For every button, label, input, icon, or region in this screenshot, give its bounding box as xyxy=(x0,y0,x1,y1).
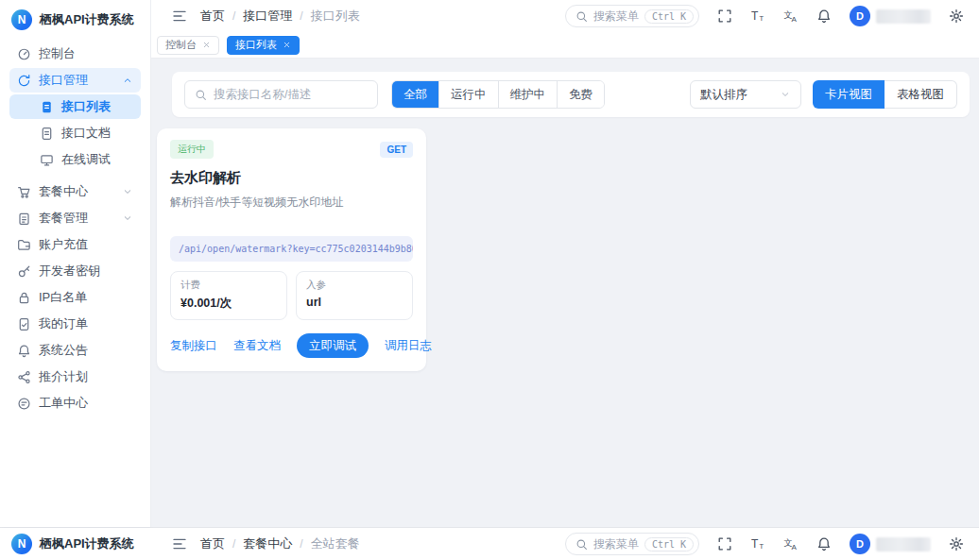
sidebar-item-9[interactable]: IP白名单 xyxy=(9,285,141,310)
sidebar: N 栖枫API计费系统 控制台接口管理接口列表接口文档在线调试套餐中心套餐管理账… xyxy=(0,0,151,527)
app-frame: N 栖枫API计费系统 控制台接口管理接口列表接口文档在线调试套餐中心套餐管理账… xyxy=(0,0,979,527)
card-action-0[interactable]: 复制接口 xyxy=(170,338,217,354)
close-icon[interactable] xyxy=(283,41,291,49)
view-button-1[interactable]: 表格视图 xyxy=(885,80,957,109)
font-size-icon[interactable]: TT xyxy=(750,536,765,552)
sidebar-item-label: 控制台 xyxy=(39,45,76,62)
filter-1[interactable]: 运行中 xyxy=(438,81,498,108)
bell-icon xyxy=(17,344,31,358)
header-actions: 搜索菜单Ctrl KTT文AD xyxy=(565,5,964,27)
search-icon xyxy=(195,89,207,101)
sidebar-item-label: 推介计划 xyxy=(39,368,88,385)
breadcrumb-item[interactable]: 首页 xyxy=(200,8,225,25)
gear-icon[interactable] xyxy=(949,536,964,552)
translate-icon[interactable]: 文A xyxy=(783,536,799,552)
shortcut-badge: Ctrl K xyxy=(644,9,694,24)
logo-icon: N xyxy=(11,534,32,554)
file-doc-icon xyxy=(40,127,54,141)
svg-text:T: T xyxy=(760,14,764,23)
sidebar-item-label: 开发者密钥 xyxy=(39,263,100,280)
sidebar-item-4[interactable]: 在线调试 xyxy=(9,147,141,172)
breadcrumb-separator: / xyxy=(300,9,302,23)
card-action-1[interactable]: 查看文档 xyxy=(233,338,281,354)
sidebar-item-12[interactable]: 推介计划 xyxy=(9,365,141,389)
filter-0[interactable]: 全部 xyxy=(392,81,438,108)
breadcrumb-item[interactable]: 首页 xyxy=(200,535,225,552)
sidebar-item-2[interactable]: 接口列表 xyxy=(9,94,141,119)
tab-1[interactable]: 接口列表 xyxy=(227,36,300,55)
menu-search[interactable]: 搜索菜单Ctrl K xyxy=(565,533,699,555)
filter-2[interactable]: 维护中 xyxy=(498,81,558,108)
sidebar-item-label: 套餐中心 xyxy=(39,183,88,200)
close-icon[interactable] xyxy=(202,41,211,49)
sidebar-item-3[interactable]: 接口文档 xyxy=(9,121,141,145)
sidebar-item-11[interactable]: 系统公告 xyxy=(9,338,141,363)
breadcrumb: 首页/套餐中心/全站套餐 xyxy=(200,535,360,552)
font-size-icon[interactable]: TT xyxy=(750,8,765,24)
sidebar-item-0[interactable]: 控制台 xyxy=(9,42,141,66)
chevron-up-icon xyxy=(122,75,133,86)
content-area: 搜索接口名称/描述 全部运行中维护中免费 默认排序 卡片视图表格视图 运行中 G… xyxy=(151,59,979,527)
api-description: 解析抖音/快手等短视频无水印地址 xyxy=(170,195,413,211)
header-actions: 搜索菜单Ctrl KTT文AD xyxy=(565,533,964,555)
breadcrumb-item[interactable]: 接口管理 xyxy=(243,8,292,25)
menu-fold-icon[interactable] xyxy=(172,536,187,552)
gear-icon[interactable] xyxy=(949,8,964,24)
sort-select-value: 默认排序 xyxy=(700,87,747,103)
share-icon xyxy=(17,370,31,384)
sidebar-item-6[interactable]: 套餐管理 xyxy=(9,206,141,230)
tab-label: 控制台 xyxy=(165,38,197,52)
app-logo: N 栖枫API计费系统 xyxy=(0,528,151,560)
sidebar-item-1[interactable]: 接口管理 xyxy=(9,68,141,93)
sidebar-item-label: 账户充值 xyxy=(39,236,88,253)
breadcrumb-item: 全站套餐 xyxy=(311,535,360,552)
top-header: 首页/接口管理/接口列表 搜索菜单Ctrl KTT文AD xyxy=(151,0,979,32)
username-redacted xyxy=(876,9,931,24)
file-list-icon xyxy=(40,100,54,114)
sidebar-item-label: 接口列表 xyxy=(61,98,111,115)
card-action-2[interactable]: 立即调试 xyxy=(297,333,369,358)
sidebar-item-label: 接口文档 xyxy=(61,125,111,142)
key-icon xyxy=(17,264,31,279)
svg-text:T: T xyxy=(760,542,764,551)
menu-fold-icon[interactable] xyxy=(172,8,187,24)
view-button-0[interactable]: 卡片视图 xyxy=(813,80,885,109)
sidebar-item-13[interactable]: 工单中心 xyxy=(9,391,141,416)
info-label: 入参 xyxy=(306,279,403,292)
breadcrumb-item[interactable]: 套餐中心 xyxy=(243,535,292,552)
sidebar-item-10[interactable]: 我的订单 xyxy=(9,312,141,336)
menu-search-placeholder: 搜索菜单 xyxy=(593,8,639,25)
fullscreen-icon[interactable] xyxy=(717,536,732,552)
avatar: D xyxy=(850,6,870,26)
bottom-header: 首页/套餐中心/全站套餐 搜索菜单Ctrl KTT文AD xyxy=(151,533,979,555)
status-badge: 运行中 xyxy=(170,140,214,159)
info-box-0: 计费¥0.001/次 xyxy=(170,271,287,320)
sidebar-item-7[interactable]: 账户充值 xyxy=(9,232,141,257)
chevron-down-icon xyxy=(780,89,791,100)
app-title: 栖枫API计费系统 xyxy=(40,535,134,552)
svg-text:T: T xyxy=(751,9,759,23)
view-toggle: 卡片视图表格视图 xyxy=(813,80,957,109)
menu-search[interactable]: 搜索菜单Ctrl K xyxy=(565,5,699,27)
bell-icon[interactable] xyxy=(816,536,832,552)
translate-icon[interactable]: 文A xyxy=(783,8,799,24)
api-search-input[interactable]: 搜索接口名称/描述 xyxy=(184,80,378,109)
sort-select[interactable]: 默认排序 xyxy=(690,80,801,109)
monitor-icon xyxy=(40,153,54,167)
svg-text:A: A xyxy=(792,15,798,24)
info-label: 计费 xyxy=(180,279,277,292)
user-menu[interactable]: D xyxy=(850,534,931,554)
sidebar-item-5[interactable]: 套餐中心 xyxy=(9,179,141,204)
filter-3[interactable]: 免费 xyxy=(557,81,604,108)
bottom-header-bar: N 栖枫API计费系统 首页/套餐中心/全站套餐 搜索菜单Ctrl KTT文AD xyxy=(0,527,979,560)
sidebar-item-8[interactable]: 开发者密钥 xyxy=(9,259,141,283)
api-info-row: 计费¥0.001/次入参url xyxy=(170,271,413,320)
fullscreen-icon[interactable] xyxy=(717,8,732,24)
bell-icon[interactable] xyxy=(816,8,832,24)
method-badge: GET xyxy=(380,142,413,158)
tab-0[interactable]: 控制台 xyxy=(157,36,219,55)
user-menu[interactable]: D xyxy=(850,6,931,26)
breadcrumb: 首页/接口管理/接口列表 xyxy=(200,8,360,25)
card-action-3[interactable]: 调用日志 xyxy=(385,338,432,354)
search-icon xyxy=(575,10,588,23)
